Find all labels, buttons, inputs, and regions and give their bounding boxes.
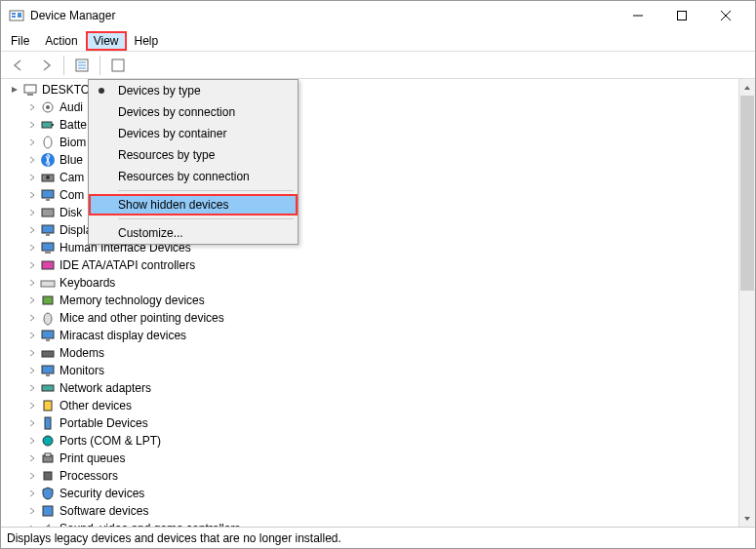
- tree-item-label: Batte: [60, 118, 87, 132]
- expand-icon[interactable]: [26, 101, 38, 113]
- tree-item-label: Security devices: [60, 487, 144, 500]
- svg-rect-23: [42, 190, 54, 198]
- expand-icon[interactable]: [26, 505, 38, 517]
- device-icon: [40, 363, 56, 378]
- expand-icon[interactable]: [26, 523, 38, 527]
- expand-icon[interactable]: [26, 189, 38, 201]
- tree-item[interactable]: Ports (COM & LPT): [5, 432, 735, 450]
- menu-devices-by-type[interactable]: Devices by type: [89, 80, 298, 101]
- menu-devices-by-connection[interactable]: Devices by connection: [89, 101, 298, 123]
- menu-show-hidden-devices[interactable]: Show hidden devices: [89, 194, 298, 216]
- device-icon: [40, 415, 56, 431]
- menu-file[interactable]: File: [3, 31, 37, 51]
- expand-icon[interactable]: [26, 137, 38, 148]
- titlebar: Device Manager: [1, 1, 755, 30]
- tree-item[interactable]: Other devices: [5, 397, 735, 414]
- tree-item-label: Sound, video and game controllers: [60, 522, 240, 527]
- menu-customize[interactable]: Customize...: [89, 222, 298, 244]
- tree-item[interactable]: Modems: [5, 344, 735, 362]
- device-icon: [40, 486, 56, 501]
- device-icon: [40, 222, 56, 238]
- expand-icon[interactable]: [26, 347, 38, 359]
- tree-item[interactable]: Portable Devices: [5, 414, 735, 432]
- svg-point-34: [44, 313, 52, 325]
- svg-rect-46: [44, 472, 52, 480]
- maximize-button[interactable]: [659, 1, 703, 30]
- statusbar: Displays legacy devices and devices that…: [1, 527, 755, 548]
- device-icon: [40, 152, 56, 168]
- menu-help[interactable]: Help: [127, 31, 167, 51]
- menu-item-label: Devices by type: [118, 84, 201, 98]
- tree-item[interactable]: Monitors: [5, 362, 735, 379]
- close-button[interactable]: [703, 1, 747, 30]
- svg-rect-40: [42, 385, 54, 391]
- back-button[interactable]: [7, 54, 30, 77]
- tree-item[interactable]: Software devices: [5, 502, 735, 520]
- svg-rect-39: [46, 374, 50, 376]
- tree-item-label: IDE ATA/ATAPI controllers: [60, 258, 195, 272]
- tree-item-label: Audi: [60, 100, 83, 114]
- scroll-up-arrow[interactable]: [739, 79, 755, 96]
- expand-icon[interactable]: [26, 470, 38, 482]
- help-button[interactable]: [106, 54, 130, 77]
- tree-item[interactable]: Security devices: [5, 485, 735, 502]
- tree-item-label: Other devices: [60, 399, 132, 412]
- svg-rect-35: [42, 331, 54, 338]
- svg-rect-45: [45, 453, 51, 456]
- expand-icon[interactable]: [26, 312, 38, 324]
- menu-view[interactable]: View: [86, 31, 127, 51]
- expand-icon[interactable]: [26, 382, 38, 394]
- svg-rect-24: [46, 199, 50, 201]
- properties-button[interactable]: [70, 54, 94, 77]
- expand-icon[interactable]: [26, 330, 38, 341]
- menu-action[interactable]: Action: [37, 31, 85, 51]
- device-icon: [40, 468, 56, 484]
- expand-icon[interactable]: [26, 400, 38, 412]
- tree-item[interactable]: Keyboards: [5, 274, 735, 292]
- svg-rect-31: [41, 281, 55, 287]
- tree-item[interactable]: Processors: [5, 467, 735, 485]
- expand-icon[interactable]: [26, 488, 38, 499]
- scroll-down-arrow[interactable]: [739, 510, 755, 527]
- expand-icon[interactable]: [26, 119, 38, 131]
- tree-item[interactable]: Mice and other pointing devices: [5, 309, 735, 327]
- expand-icon[interactable]: [26, 294, 38, 306]
- expand-icon[interactable]: [26, 259, 38, 271]
- tree-item[interactable]: Network adapters: [5, 379, 735, 397]
- expand-icon[interactable]: [26, 172, 38, 183]
- menu-resources-by-connection[interactable]: Resources by connection: [89, 166, 298, 187]
- svg-rect-18: [52, 124, 54, 126]
- svg-rect-17: [42, 122, 52, 128]
- scroll-thumb[interactable]: [740, 96, 754, 291]
- device-icon: [40, 99, 56, 115]
- expand-icon[interactable]: [26, 242, 38, 254]
- expand-icon[interactable]: [26, 207, 38, 218]
- expand-icon[interactable]: [26, 435, 38, 447]
- collapse-icon[interactable]: [9, 84, 20, 96]
- tree-item[interactable]: Miracast display devices: [5, 327, 735, 344]
- expand-icon[interactable]: [26, 417, 38, 429]
- tree-item[interactable]: Sound, video and game controllers: [5, 520, 735, 527]
- tree-item-label: Memory technology devices: [60, 294, 205, 307]
- vertical-scrollbar[interactable]: [738, 79, 755, 527]
- device-icon: [40, 117, 56, 133]
- tree-item[interactable]: Print queues: [5, 450, 735, 467]
- tree-item-label: Ports (COM & LPT): [60, 434, 161, 448]
- menu-resources-by-type[interactable]: Resources by type: [89, 144, 298, 166]
- expand-icon[interactable]: [26, 452, 38, 464]
- svg-rect-37: [42, 351, 54, 357]
- tree-item-label: Com: [60, 188, 84, 202]
- forward-button[interactable]: [34, 54, 58, 77]
- svg-rect-30: [42, 261, 54, 269]
- menu-devices-by-container[interactable]: Devices by container: [89, 123, 298, 144]
- expand-icon[interactable]: [26, 224, 38, 236]
- svg-point-19: [44, 137, 52, 148]
- tree-item[interactable]: IDE ATA/ATAPI controllers: [5, 256, 735, 274]
- expand-icon[interactable]: [26, 277, 38, 289]
- expand-icon[interactable]: [26, 365, 38, 376]
- svg-rect-14: [27, 94, 33, 96]
- svg-rect-3: [18, 13, 21, 18]
- minimize-button[interactable]: [616, 1, 659, 30]
- expand-icon[interactable]: [26, 154, 38, 166]
- tree-item[interactable]: Memory technology devices: [5, 292, 735, 309]
